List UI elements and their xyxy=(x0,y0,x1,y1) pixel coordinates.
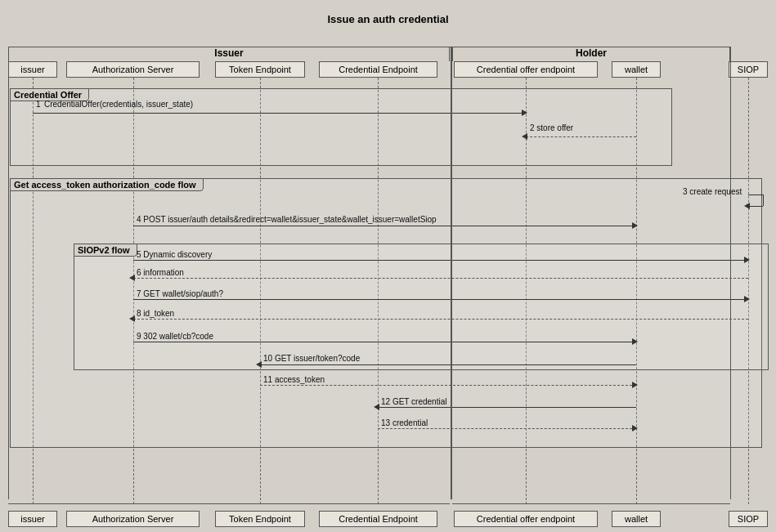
actor-credential-endpoint-top: Credential Endpoint xyxy=(319,61,437,78)
msg-label-1: 1 xyxy=(36,100,41,109)
msg-text-7: 7 GET wallet/siop/auth? xyxy=(137,289,223,298)
diagram-title: Issue an auth credential xyxy=(0,7,776,30)
actor-token-endpoint-top: Token Endpoint xyxy=(215,61,305,78)
actor-token-endpoint-bottom: Token Endpoint xyxy=(215,511,305,527)
msg-text-1: CredentialOffer(credentials, issuer_stat… xyxy=(44,100,193,109)
msg-text-9: 9 302 wallet/cb?code xyxy=(137,332,213,341)
msg-text-11: 11 access_token xyxy=(263,375,325,384)
arrow-msg8 xyxy=(133,319,748,320)
arrowhead-msg5 xyxy=(744,257,750,263)
msg-text-13: 13 credential xyxy=(381,418,428,427)
msg-label-3: 3 create request xyxy=(683,187,742,196)
actor-auth-server-top: Authorization Server xyxy=(66,61,200,78)
arrow-msg2 xyxy=(526,136,636,137)
msg-text-5: 5 Dynamic discovery xyxy=(137,250,212,259)
arrowhead-msg10 xyxy=(256,361,262,368)
actor-credential-endpoint-bottom: Credential Endpoint xyxy=(319,511,437,527)
arrowhead-msg7 xyxy=(744,296,750,302)
msg-text-8: 8 id_token xyxy=(137,309,174,318)
diagram-container: Issue an auth credential Issuer Holder i… xyxy=(0,0,776,532)
arrow-msg13 xyxy=(378,428,636,429)
actor-wallet-top: wallet xyxy=(612,61,661,78)
arrow-msg12 xyxy=(378,407,636,408)
arrowhead-msg9 xyxy=(632,338,638,345)
arrowhead-msg2 xyxy=(522,133,527,140)
actor-cred-offer-endpoint-bottom: Credential offer endpoint xyxy=(454,511,598,527)
arrowhead-msg12 xyxy=(374,404,379,410)
arrowhead-msg8 xyxy=(129,315,135,322)
actor-wallet-bottom: wallet xyxy=(612,511,661,527)
arrow-msg1 xyxy=(33,113,526,114)
arrowhead-msg6 xyxy=(129,275,135,281)
actor-cred-offer-endpoint-top: Credential offer endpoint xyxy=(454,61,598,78)
arrowhead-msg13 xyxy=(632,425,638,431)
arrowhead-msg1 xyxy=(522,110,527,116)
arrowhead-msg3 xyxy=(744,203,750,209)
msg-text-10: 10 GET issuer/token?code xyxy=(263,354,360,363)
arrow-msg9 xyxy=(133,342,636,342)
siopv2-label: SIOPv2 flow xyxy=(74,244,137,257)
msg-text-6: 6 information xyxy=(137,268,184,277)
msg-text-4: 4 POST issuer/auth details&redirect=wall… xyxy=(137,215,437,224)
arrow-msg10 xyxy=(260,364,636,365)
actor-issuer-top: issuer xyxy=(8,61,57,78)
msg-label-2: 2 store offer xyxy=(530,123,573,132)
msg-text-12: 12 GET credential xyxy=(381,397,446,406)
actor-siop-bottom: SIOP xyxy=(729,511,768,527)
arrow-msg5 xyxy=(133,260,748,261)
actor-auth-server-bottom: Authorization Server xyxy=(66,511,200,527)
arrowhead-msg11 xyxy=(632,382,638,388)
arrow-msg3-v xyxy=(763,194,764,206)
arrow-msg11 xyxy=(260,385,636,386)
actor-issuer-bottom: issuer xyxy=(8,511,57,527)
arrow-msg4 xyxy=(133,226,636,226)
issuer-section-label: Issuer xyxy=(8,47,450,61)
get-token-label: Get access_token authorization_code flow xyxy=(10,178,204,191)
arrow-msg6 xyxy=(133,278,748,279)
actor-siop-top: SIOP xyxy=(729,61,768,78)
arrow-msg3-h2 xyxy=(748,206,763,207)
arrow-msg7 xyxy=(133,299,748,300)
holder-section-label: Holder xyxy=(452,47,730,61)
siopv2-group: SIOPv2 flow xyxy=(74,244,769,370)
arrowhead-msg4 xyxy=(632,222,638,229)
arrow-msg3-h1 xyxy=(748,194,763,195)
